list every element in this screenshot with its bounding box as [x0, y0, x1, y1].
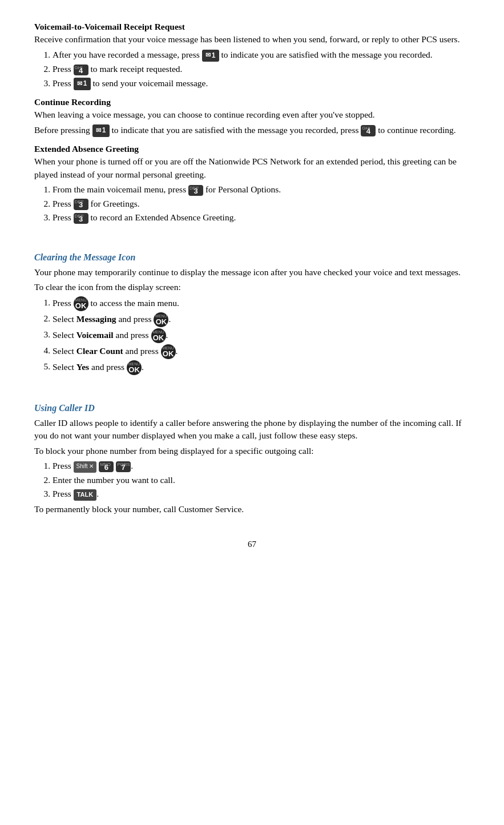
para-continue-1: When leaving a voice message, you can ch… [34, 108, 470, 121]
list-item: Press DEF3 to record an Extended Absence… [53, 211, 470, 224]
para-continue-2: Before pressing ✉1 to indicate that you … [34, 124, 470, 137]
list-item: After you have recorded a message, press… [53, 49, 470, 62]
key-ghi4: GHI4 [74, 65, 88, 76]
section-clearing-message-icon: Clearing the Message Icon Your phone may… [34, 251, 470, 375]
key-talk: TALK [74, 489, 97, 501]
key-pqrs7: PQRS7 [116, 461, 131, 473]
heading-clearing-message-icon: Clearing the Message Icon [34, 251, 470, 264]
list-item: Select Messaging and press MENUOK. [53, 312, 470, 327]
list-item: Enter the number you want to call. [53, 474, 470, 486]
list-item: Press MENUOK to access the main menu. [53, 296, 470, 311]
key-mno6: MNO6 [99, 461, 114, 473]
key-menu-ok-5: MENUOK [127, 360, 142, 375]
section-extended-absence: Extended Absence Greeting When your phon… [34, 143, 470, 224]
page-content: Voicemail-to-Voicemail Receipt Request R… [34, 21, 470, 551]
key-menu-ok-2: MENUOK [154, 312, 168, 327]
section-using-caller-id: Using Caller ID Caller ID allows people … [34, 401, 470, 516]
key-envelope-1b: ✉1 [74, 78, 91, 90]
para-callerid-1: Caller ID allows people to identify a ca… [34, 417, 470, 442]
list-item: Press Shift ✕ MNO6 PQRS7. [53, 460, 470, 472]
para-callerid-2: To block your phone number from being di… [34, 445, 470, 457]
list-voicemail-receipt: After you have recorded a message, press… [53, 49, 470, 90]
list-item: Press GHI4 to mark receipt requested. [53, 63, 470, 75]
list-item: From the main voicemail menu, press DEF3… [53, 183, 470, 196]
list-clearing: Press MENUOK to access the main menu. Se… [53, 296, 470, 375]
key-envelope-1: ✉1 [202, 50, 219, 62]
key-menu-ok-3: MENUOK [151, 328, 166, 343]
para-clearing-2: To clear the icon from the display scree… [34, 281, 470, 293]
key-menu-ok-1: MENUOK [74, 296, 88, 311]
heading-continue-recording: Continue Recording [34, 96, 470, 108]
para-extended-1: When your phone is turned off or you are… [34, 155, 470, 181]
key-def3-c: DEF3 [74, 213, 88, 224]
list-item: Press ✉1 to send your voicemail message. [53, 77, 470, 90]
list-item: Select Yes and press MENUOK. [53, 360, 470, 375]
key-envelope-continue: ✉1 [92, 124, 110, 136]
list-callerid: Press Shift ✕ MNO6 PQRS7. Enter the numb… [53, 460, 470, 500]
key-def3-a: DEF3 [188, 185, 203, 196]
list-item: Press TALK. [53, 488, 470, 500]
heading-voicemail-receipt: Voicemail-to-Voicemail Receipt Request [34, 21, 470, 33]
section-continue-recording: Continue Recording When leaving a voice … [34, 96, 470, 137]
key-def3-b: DEF3 [74, 199, 88, 210]
list-item: Select Voicemail and press MENUOK. [53, 328, 470, 343]
list-extended-absence: From the main voicemail menu, press DEF3… [53, 183, 470, 224]
section-voicemail-receipt: Voicemail-to-Voicemail Receipt Request R… [34, 21, 470, 90]
list-item: Select Clear Count and press MENUOK. [53, 344, 470, 359]
page-number: 67 [34, 538, 470, 551]
heading-extended-absence: Extended Absence Greeting [34, 143, 470, 155]
para-callerid-footer: To permanently block your number, call C… [34, 503, 470, 516]
key-shift: Shift ✕ [74, 461, 97, 473]
key-menu-ok-4: MENUOK [161, 344, 176, 359]
para-clearing-1: Your phone may temporarily continue to d… [34, 266, 470, 279]
list-item: Press DEF3 for Greetings. [53, 198, 470, 210]
key-ghi4-continue: GHI4 [361, 125, 376, 136]
para-voicemail-receipt-1: Receive confirmation that your voice mes… [34, 33, 470, 46]
heading-using-caller-id: Using Caller ID [34, 401, 470, 414]
